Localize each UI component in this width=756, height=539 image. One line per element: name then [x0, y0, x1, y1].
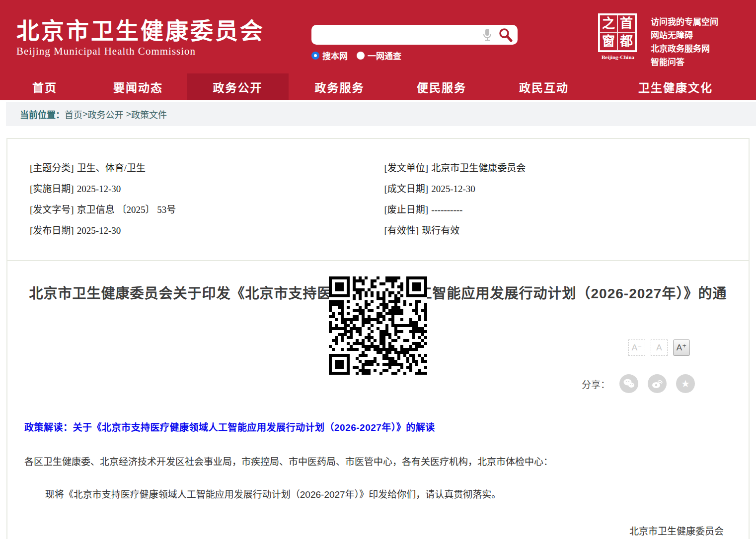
font-decrease-button[interactable]: A⁻: [628, 339, 645, 356]
meta-value: 2025-12-30: [431, 184, 475, 194]
meta-label: [发文单位]: [384, 163, 429, 173]
meta-label: [实施日期]: [30, 184, 74, 194]
meta-document-number: [发文字号]京卫信息 〔2025〕 53号: [30, 204, 384, 215]
meta-topic-category: [主题分类]卫生、体育/卫生: [30, 163, 384, 174]
meta-value: 北京市卫生健康委员会: [431, 163, 526, 173]
share-wechat-button[interactable]: [619, 374, 638, 393]
wechat-icon: [623, 378, 635, 389]
microphone-icon[interactable]: [482, 28, 493, 41]
nav-item-convenience[interactable]: 便民服务: [390, 73, 493, 100]
meta-value: ----------: [431, 204, 462, 215]
meta-implementation-date: [实施日期]2025-12-30: [30, 184, 384, 195]
meta-validity: [有效性]现行有效: [384, 225, 739, 236]
font-increase-button[interactable]: A⁺: [673, 339, 690, 356]
star-icon: ★: [681, 378, 690, 390]
qr-code: [329, 276, 427, 375]
meta-label: [发文字号]: [30, 204, 74, 215]
capital-window-caption: Beijing-China: [598, 54, 638, 60]
share-label: 分享：: [582, 377, 610, 391]
seal-char: 都: [617, 33, 635, 51]
link-beijing-gov-service[interactable]: 北京政务服务网: [651, 42, 718, 56]
article-body: 北京市卫生健康委员会关于印发《北京市支持医疗健康领域人工智能应用发展行动计划（2…: [7, 261, 749, 539]
nav-item-health-culture[interactable]: 卫生健康文化: [595, 73, 756, 100]
search-area: 搜本网 一网通查: [311, 25, 518, 62]
search-input[interactable]: [318, 27, 482, 42]
link-my-space[interactable]: 访问我的专属空间: [651, 15, 718, 29]
radio-selected-icon[interactable]: [311, 52, 319, 60]
share-qzone-button[interactable]: ★: [676, 374, 695, 393]
search-scope-options: 搜本网 一网通查: [311, 49, 518, 62]
meta-value: 2025-12-30: [77, 184, 121, 194]
signature: 北京市卫生健康委员会: [7, 524, 749, 537]
link-accessibility[interactable]: 网站无障碍: [651, 29, 718, 42]
font-normal-button[interactable]: A: [651, 339, 668, 356]
capital-window-seal: 之 首 窗 都: [598, 13, 637, 52]
search-box: [311, 25, 518, 45]
search-icon[interactable]: [498, 27, 513, 42]
meta-written-date: [成文日期]2025-12-30: [384, 184, 739, 195]
meta-label: [成文日期]: [384, 184, 429, 194]
share-weibo-button[interactable]: [648, 374, 667, 393]
site-subtitle: Beijing Municipal Health Commission: [16, 45, 265, 58]
meta-label: [有效性]: [384, 225, 419, 236]
radio-unselected-icon[interactable]: [357, 52, 365, 60]
article-paragraph: 现将《北京市支持医疗健康领域人工智能应用发展行动计划（2026-2027年）》印…: [24, 488, 729, 501]
quick-links: 访问我的专属空间 网站无障碍 北京政务服务网 智能问答: [651, 15, 718, 69]
link-smart-qa[interactable]: 智能问答: [651, 56, 718, 69]
breadcrumb-page[interactable]: 政策文件: [131, 108, 167, 121]
article-paragraph: 各区卫生健康委、北京经济技术开发区社会事业局，市疾控局、市中医药局、市医管中心，…: [24, 456, 729, 469]
scope-option-label: 一网通查: [368, 49, 401, 62]
site-header: 北京市卫生健康委员会 Beijing Municipal Health Comm…: [0, 0, 756, 100]
nav-item-gov-open[interactable]: 政务公开: [187, 73, 289, 100]
document-panel: [主题分类]卫生、体育/卫生 [发文单位]北京市卫生健康委员会 [实施日期]20…: [6, 138, 750, 539]
policy-interpretation-link[interactable]: 政策解读：关于《北京市支持医疗健康领域人工智能应用发展行动计划（2026-202…: [24, 420, 435, 433]
nav-item-home[interactable]: 首页: [0, 73, 89, 100]
nav-item-interaction[interactable]: 政民互动: [493, 73, 595, 100]
meta-repeal-date: [废止日期]----------: [384, 204, 739, 215]
seal-char: 首: [617, 15, 635, 33]
nav-item-news[interactable]: 要闻动态: [89, 73, 187, 100]
meta-value: 京卫信息 〔2025〕 53号: [77, 204, 176, 215]
site-logo[interactable]: 北京市卫生健康委员会 Beijing Municipal Health Comm…: [16, 18, 265, 58]
main-nav: 首页 要闻动态 政务公开 政务服务 便民服务 政民互动 卫生健康文化: [0, 73, 756, 100]
weibo-icon: [651, 378, 663, 389]
scope-option-this-site[interactable]: 搜本网: [311, 49, 348, 62]
breadcrumb-section[interactable]: 政务公开: [88, 108, 124, 121]
meta-issuing-unit: [发文单位]北京市卫生健康委员会: [384, 163, 739, 174]
nav-item-gov-service[interactable]: 政务服务: [289, 73, 390, 100]
meta-publish-date: [发布日期]2025-12-30: [30, 225, 384, 236]
capital-window-logo[interactable]: 之 首 窗 都 Beijing-China: [598, 13, 638, 60]
share-controls: 分享： ★: [7, 374, 749, 393]
document-metadata: [主题分类]卫生、体育/卫生 [发文单位]北京市卫生健康委员会 [实施日期]20…: [7, 139, 749, 261]
scope-option-label: 搜本网: [322, 49, 348, 62]
seal-char: 之: [600, 15, 617, 33]
site-title: 北京市卫生健康委员会: [16, 18, 265, 44]
breadcrumb-separator: >: [82, 109, 88, 120]
scope-option-one-network[interactable]: 一网通查: [357, 49, 401, 62]
meta-value: 现行有效: [422, 225, 459, 236]
breadcrumb: 当前位置： 首页 > 政务公开 > 政策文件: [6, 102, 756, 126]
meta-label: [废止日期]: [384, 204, 429, 215]
breadcrumb-separator: >: [124, 109, 132, 120]
meta-label: [主题分类]: [30, 163, 74, 173]
breadcrumb-label: 当前位置：: [20, 108, 65, 121]
meta-label: [发布日期]: [30, 225, 74, 236]
meta-value: 2025-12-30: [77, 225, 121, 236]
seal-char: 窗: [600, 33, 617, 51]
breadcrumb-home[interactable]: 首页: [65, 108, 82, 121]
meta-value: 卫生、体育/卫生: [77, 163, 146, 173]
